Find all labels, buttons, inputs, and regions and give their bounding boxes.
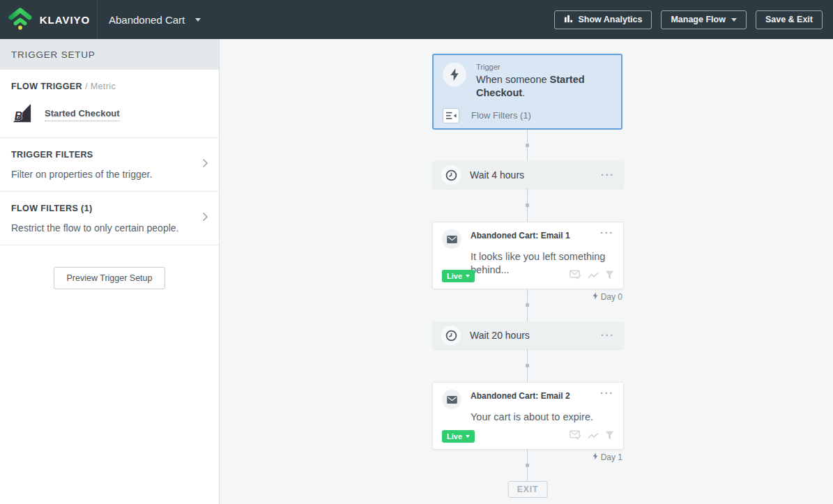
status-badge[interactable]: Live [442, 430, 475, 443]
status-badge[interactable]: Live [442, 270, 475, 282]
trigger-type-label: Trigger [476, 63, 612, 71]
flow-filters-description: Restrict the flow to only certain people… [11, 222, 208, 234]
metric-row: B Started Checkout [11, 102, 208, 126]
connector-dot[interactable] [526, 364, 529, 367]
wait-card-2[interactable]: Wait 20 hours ··· [432, 321, 624, 349]
wait-card-1[interactable]: Wait 4 hours ··· [432, 161, 624, 189]
flow-trigger-type: / Metric [85, 82, 116, 91]
show-analytics-label: Show Analytics [579, 15, 643, 24]
filter-funnel-icon[interactable] [605, 430, 614, 443]
chevron-right-icon[interactable] [202, 158, 208, 171]
exit-node[interactable]: EXIT [508, 481, 548, 498]
connector-dot[interactable] [526, 303, 529, 307]
more-options-icon[interactable]: ··· [601, 332, 615, 339]
email-action-icons [570, 270, 614, 282]
bar-chart-icon [564, 14, 573, 25]
flow-trigger-label: FLOW TRIGGER / Metric [11, 82, 208, 91]
lightning-bolt-icon [593, 452, 598, 462]
topbar: KLAVIYO Abandoned Cart Show Analytics Ma… [0, 0, 833, 39]
connector-dot[interactable] [526, 464, 529, 467]
manage-flow-label: Manage Flow [671, 15, 725, 24]
bigcommerce-icon: B [11, 102, 32, 126]
manage-flow-button[interactable]: Manage Flow [661, 10, 746, 29]
flow-name-dropdown[interactable]: Abandoned Cart [109, 14, 201, 26]
wait-duration-label: Wait 20 hours [470, 330, 530, 341]
wait-duration-label: Wait 4 hours [470, 169, 524, 181]
more-options-icon[interactable]: ··· [601, 171, 615, 178]
flow-filters-title: FLOW FILTERS (1) [11, 204, 208, 213]
trigger-setup-sidebar: TRIGGER SETUP FLOW TRIGGER / Metric B St… [0, 39, 220, 504]
status-label: Live [447, 272, 462, 280]
day-label-text: Day 1 [601, 452, 622, 462]
save-exit-button[interactable]: Save & Exit [756, 10, 823, 29]
email-title: Abandoned Cart: Email 1 [471, 229, 600, 249]
preview-trigger-setup-button[interactable]: Preview Trigger Setup [54, 267, 166, 289]
flow-filters-icon [443, 108, 459, 123]
trigger-card[interactable]: Trigger When someone Started Checkout. F… [432, 54, 622, 130]
brand-name: KLAVIYO [40, 14, 91, 26]
sidebar-header: TRIGGER SETUP [0, 39, 219, 70]
trend-icon[interactable] [588, 270, 599, 282]
envelope-check-icon[interactable] [570, 270, 581, 282]
chevron-right-icon[interactable] [202, 212, 208, 224]
more-options-icon[interactable]: ··· [600, 390, 614, 409]
topbar-actions: Show Analytics Manage Flow Save & Exit [554, 10, 823, 29]
chevron-down-icon [466, 275, 470, 277]
connector-dot[interactable] [526, 144, 529, 147]
email-title: Abandoned Cart: Email 2 [471, 390, 600, 409]
day-label-text: Day 0 [601, 292, 622, 302]
save-exit-label: Save & Exit [765, 15, 813, 24]
day-marker: Day 1 [593, 452, 622, 462]
email-card-1[interactable]: Abandoned Cart: Email 1 ··· It looks lik… [432, 222, 624, 289]
clock-icon [441, 165, 461, 185]
connector-dot[interactable] [526, 204, 529, 207]
show-analytics-button[interactable]: Show Analytics [554, 10, 652, 29]
flow-trigger-section: FLOW TRIGGER / Metric B Started Checkout [0, 70, 219, 138]
email-card-2[interactable]: Abandoned Cart: Email 2 ··· Your cart is… [432, 382, 624, 450]
svg-text:B: B [15, 110, 23, 122]
envelope-icon [442, 390, 461, 409]
metric-link[interactable]: Started Checkout [45, 108, 120, 121]
trigger-flow-filters-link[interactable]: Flow Filters (1) [471, 110, 531, 121]
flow-canvas: Trigger When someone Started Checkout. F… [220, 39, 833, 504]
klaviyo-logo-icon [7, 6, 33, 33]
lightning-bolt-icon [593, 292, 598, 302]
chevron-down-icon [466, 435, 470, 438]
envelope-check-icon[interactable] [570, 430, 581, 443]
day-marker: Day 0 [593, 292, 622, 302]
filter-funnel-icon[interactable] [605, 270, 614, 282]
klaviyo-logo[interactable]: KLAVIYO [0, 0, 98, 39]
trigger-filters-title: TRIGGER FILTERS [11, 150, 208, 160]
status-label: Live [447, 432, 462, 441]
email-subject: Your cart is about to expire. [471, 411, 614, 424]
more-options-icon[interactable]: ··· [600, 229, 614, 249]
flow-builder-app: KLAVIYO Abandoned Cart Show Analytics Ma… [0, 0, 833, 504]
sidebar-header-label: TRIGGER SETUP [11, 49, 95, 60]
flow-name: Abandoned Cart [109, 14, 185, 26]
flow-filters-section[interactable]: FLOW FILTERS (1) Restrict the flow to on… [0, 192, 219, 245]
chevron-down-icon [195, 18, 201, 22]
trigger-filters-section[interactable]: TRIGGER FILTERS Filter on properties of … [0, 138, 219, 192]
lightning-bolt-icon [443, 63, 466, 86]
trigger-filters-description: Filter on properties of the trigger. [11, 169, 208, 180]
trend-icon[interactable] [588, 430, 599, 443]
chevron-down-icon [731, 18, 737, 22]
clock-icon [441, 326, 461, 345]
preview-button-area: Preview Trigger Setup [0, 245, 219, 311]
envelope-icon [442, 229, 461, 249]
trigger-description: When someone Started Checkout. [476, 73, 612, 100]
email-action-icons [570, 430, 614, 443]
